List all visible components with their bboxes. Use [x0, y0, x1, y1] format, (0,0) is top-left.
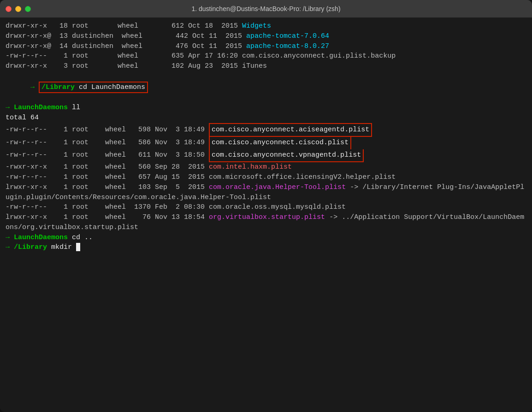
terminal-line-cd2: → LaunchDaemons cd .. [6, 233, 526, 243]
terminal-line-group: -rw-r--r-- 1 root wheel 598 Nov 3 18:49 … [6, 123, 526, 163]
command-highlight-box: /Library cd LaunchDaemons [39, 82, 148, 93]
title-bar: 1. dustinchen@Dustins-MacBook-Pro: /Libr… [0, 0, 532, 18]
maximize-button[interactable] [25, 6, 31, 12]
terminal-line: -rw-r--r-- 1 root wheel 1370 Feb 2 08:30… [6, 202, 526, 212]
traffic-lights [6, 6, 31, 12]
close-button[interactable] [6, 6, 12, 12]
terminal-line: -rw-r--r-- 1 root wheel 657 Aug 15 2015 … [6, 172, 526, 182]
window-title: 1. dustinchen@Dustins-MacBook-Pro: /Libr… [191, 5, 340, 12]
terminal-line-mkdir: → /Library mkdir [6, 242, 526, 253]
terminal-line-cd: → /Library cd LaunchDaemons [6, 71, 526, 103]
cursor [76, 243, 80, 251]
terminal-line: -rw-r--r-- 1 root wheel 635 Apr 17 16:20… [6, 51, 526, 61]
terminal-line: drwxr-xr-x 18 root wheel 612 Oct 18 2015… [6, 21, 526, 31]
minimize-button[interactable] [15, 6, 21, 12]
terminal-line: drwxr-xr-x 3 root wheel 102 Aug 23 2015 … [6, 61, 526, 71]
terminal-line: → LaunchDaemons ll [6, 103, 526, 113]
terminal-line: drwxr-xr-x@ 14 dustinchen wheel 476 Oct … [6, 41, 526, 52]
terminal-line: total 64 [6, 113, 526, 123]
terminal-line: -rwxr-xr-x 1 root wheel 560 Sep 28 2015 … [6, 162, 526, 172]
terminal-window: 1. dustinchen@Dustins-MacBook-Pro: /Libr… [0, 0, 532, 412]
terminal-line: drwxr-xr-x@ 13 dustinchen wheel 442 Oct … [6, 31, 526, 41]
file-highlight-box: com.cisco.anyconnect.aciseagentd.plist [209, 123, 372, 137]
terminal-line: lrwxr-xr-x 1 root wheel 103 Sep 5 2015 c… [6, 182, 526, 203]
terminal-line: lrwxr-xr-x 1 root wheel 76 Nov 13 18:54 … [6, 212, 526, 233]
terminal-body[interactable]: drwxr-xr-x 18 root wheel 612 Oct 18 2015… [0, 18, 532, 412]
terminal-line-left: -rw-r--r-- 1 root wheel 598 Nov 3 18:49 … [6, 123, 526, 163]
